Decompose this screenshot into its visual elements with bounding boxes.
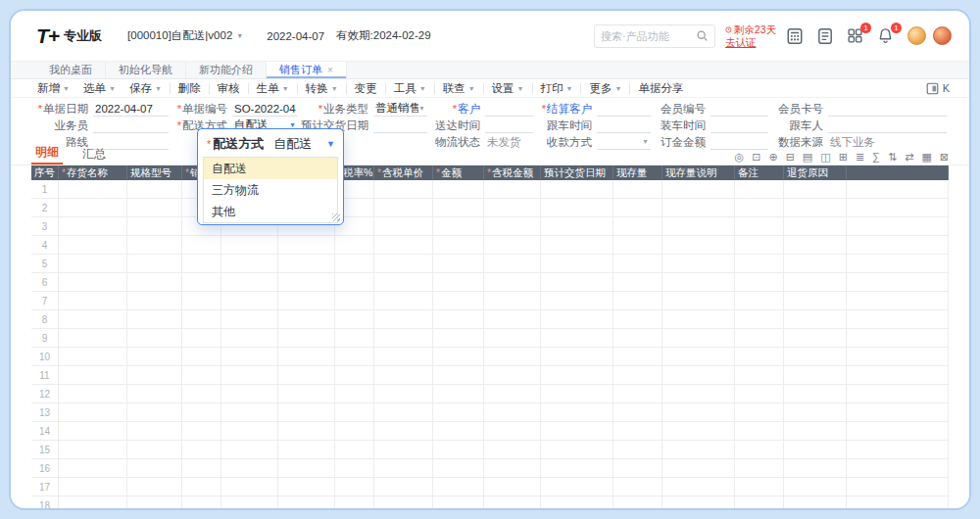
grid-cell[interactable]	[221, 329, 278, 348]
grid-cell[interactable]	[374, 199, 433, 217]
tab-detail[interactable]: 明细	[31, 144, 63, 165]
field-input[interactable]	[597, 118, 651, 133]
field-input[interactable]: 普通销售▼	[373, 102, 427, 117]
grid-cell[interactable]	[59, 217, 127, 236]
grid-cell[interactable]	[221, 403, 278, 422]
grid-cell[interactable]	[433, 180, 484, 199]
add-row-icon[interactable]: ⊕	[768, 152, 777, 163]
grid-cell[interactable]	[484, 496, 541, 508]
grid-cell[interactable]	[541, 348, 613, 366]
bell-icon[interactable]: 1	[877, 27, 895, 45]
grid-cell[interactable]	[484, 329, 541, 348]
grid-cell[interactable]	[433, 441, 484, 459]
grid-cell[interactable]	[662, 329, 735, 348]
grid-cell[interactable]	[335, 366, 374, 385]
grid-cell[interactable]	[221, 348, 278, 366]
toolbar-item[interactable]: 新增▼	[30, 81, 76, 96]
grid-cell[interactable]	[847, 199, 949, 217]
grid-cell[interactable]	[278, 385, 335, 403]
grid-cell[interactable]	[433, 478, 484, 496]
grid-cell[interactable]	[735, 273, 784, 292]
grid-cell[interactable]	[59, 459, 127, 478]
grid-cell[interactable]	[541, 385, 613, 403]
grid-cell[interactable]	[662, 217, 735, 236]
grid-cell[interactable]	[127, 422, 182, 441]
grid-cell[interactable]	[484, 348, 541, 366]
grid-cell[interactable]	[484, 292, 541, 310]
verify-link[interactable]: 去认证	[725, 36, 757, 48]
grid-cell[interactable]	[541, 180, 613, 199]
grid-cell[interactable]	[127, 403, 182, 422]
grid-cell[interactable]	[374, 236, 433, 255]
grid-cell[interactable]	[613, 329, 662, 348]
grid-cell[interactable]	[127, 496, 182, 508]
grid-cell[interactable]	[182, 403, 221, 422]
grid-cell[interactable]	[484, 403, 541, 422]
grid-cell[interactable]	[221, 478, 278, 496]
toolbar-item[interactable]: 联查▼	[436, 81, 482, 96]
grid-cell[interactable]	[541, 478, 613, 496]
row-settings-icon[interactable]: ▤	[803, 152, 812, 163]
grid-cell[interactable]	[59, 236, 127, 255]
grid-cell[interactable]	[662, 459, 735, 478]
grid-cell[interactable]	[784, 310, 847, 329]
grid-cell[interactable]	[541, 292, 613, 310]
grid-cell[interactable]	[433, 236, 484, 255]
grid-cell[interactable]	[662, 496, 735, 508]
grid-cell[interactable]	[221, 366, 278, 385]
grid-cell[interactable]	[433, 255, 484, 273]
grid-cell[interactable]	[59, 348, 127, 366]
grid-cell[interactable]	[847, 292, 949, 310]
grid-cell[interactable]	[613, 403, 662, 422]
grid-cell[interactable]	[335, 348, 374, 366]
grid-cell[interactable]	[847, 180, 949, 199]
grid-cell[interactable]	[127, 478, 182, 496]
grid-cell[interactable]	[182, 329, 221, 348]
grid-cell[interactable]	[662, 180, 735, 199]
toolbar-item[interactable]: 打印▼	[534, 81, 580, 96]
grid-cell[interactable]	[335, 459, 374, 478]
grid-cell[interactable]	[335, 385, 374, 403]
field-input[interactable]	[485, 102, 533, 117]
grid-view-icon[interactable]: ▦	[921, 152, 931, 163]
grid-cell[interactable]	[662, 403, 735, 422]
grid-cell[interactable]	[59, 199, 127, 217]
grid-cell[interactable]	[784, 478, 847, 496]
grid-cell[interactable]	[433, 292, 484, 310]
grid-cell[interactable]	[541, 459, 613, 478]
grid-cell[interactable]	[735, 199, 784, 217]
grid-cell[interactable]	[847, 459, 949, 478]
grid-cell[interactable]	[613, 478, 662, 496]
field-input[interactable]	[710, 118, 768, 133]
grid-cell[interactable]	[335, 292, 374, 310]
grid-cell[interactable]	[662, 310, 735, 329]
grid-cell[interactable]	[59, 496, 127, 508]
grid-cell[interactable]	[433, 385, 484, 403]
grid-cell[interactable]	[433, 199, 484, 217]
grid-cell[interactable]	[221, 385, 278, 403]
field-input[interactable]	[485, 118, 533, 133]
grid-cell[interactable]	[541, 255, 613, 273]
grid-cell[interactable]	[374, 329, 433, 348]
grid-cell[interactable]	[278, 422, 335, 441]
grid-cell[interactable]	[433, 496, 484, 508]
grid-cell[interactable]	[735, 236, 784, 255]
grid-cell[interactable]	[484, 441, 541, 459]
dropdown-field-value[interactable]: 自配送	[273, 135, 312, 153]
toolbar-item[interactable]: 转换▼	[299, 81, 345, 96]
column-settings-icon[interactable]: ◫	[820, 152, 830, 163]
grid-cell[interactable]	[847, 217, 949, 236]
grid-cell[interactable]	[613, 217, 662, 236]
grid-cell[interactable]	[127, 310, 182, 329]
toolbar-item[interactable]: 删除	[172, 81, 208, 96]
tab-sales-order[interactable]: 销售订单 ×	[267, 62, 347, 78]
field-label[interactable]: *结算客户	[537, 102, 592, 117]
grid-cell[interactable]	[847, 255, 949, 273]
grid-cell[interactable]	[484, 236, 541, 255]
grid-cell[interactable]	[59, 403, 127, 422]
grid-cell[interactable]	[127, 459, 182, 478]
grid-cell[interactable]	[735, 217, 784, 236]
grid-cell[interactable]	[127, 273, 182, 292]
grid-cell[interactable]	[182, 441, 221, 459]
grid-cell[interactable]	[127, 385, 182, 403]
